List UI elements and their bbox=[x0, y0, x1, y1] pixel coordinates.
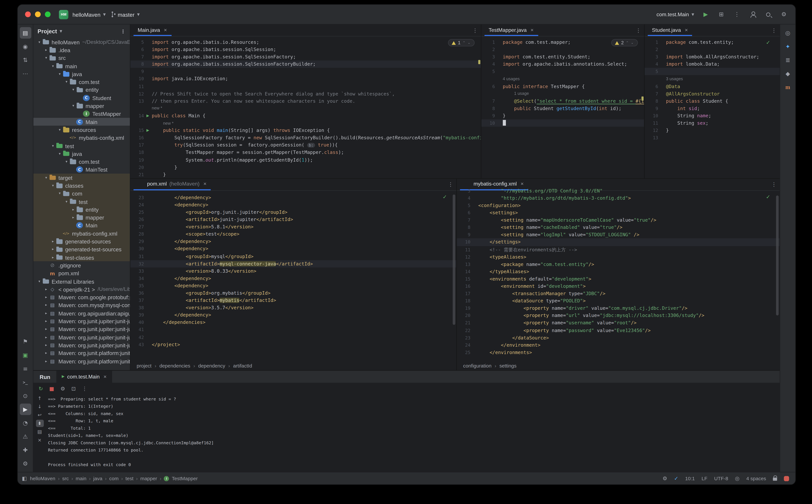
tree-row[interactable]: ▸▤Maven: org.junit.platform:junit-pla... bbox=[33, 357, 130, 365]
tree-row[interactable]: ITestMapper bbox=[33, 110, 130, 118]
tree-row[interactable]: ▸▤Maven: org.junit.platform:junit-pla... bbox=[33, 349, 130, 357]
services-icon[interactable]: ⊙ bbox=[20, 390, 31, 401]
expand-icon[interactable]: ▸ bbox=[50, 255, 56, 259]
bookmarks-icon[interactable]: ⚑ bbox=[20, 336, 31, 347]
prev-next-warning-icons[interactable]: ⌃ ⌄ bbox=[463, 41, 471, 45]
status-breadcrumb-item[interactable]: src bbox=[62, 475, 69, 481]
collapse-icon[interactable]: ▾ bbox=[70, 104, 76, 108]
pull-requests-icon[interactable]: ⇅ bbox=[20, 54, 31, 66]
tree-row[interactable]: ▸◇< openjdk-21 >/Users/eve/Librar... bbox=[33, 285, 130, 293]
code-area[interactable]: 5import org.apache.ibatis.io.Resources;6… bbox=[130, 36, 481, 178]
expand-icon[interactable]: ▸ bbox=[43, 327, 49, 331]
project-widget[interactable]: helloMaven ▼ bbox=[73, 11, 106, 17]
settings-icon[interactable]: ⚙ bbox=[780, 10, 788, 19]
close-tab-icon[interactable]: × bbox=[520, 182, 524, 186]
breadcrumb-item[interactable]: dependency bbox=[198, 363, 225, 368]
status-breadcrumb-item[interactable]: java bbox=[93, 475, 102, 481]
code-inlay[interactable]: 4 usages bbox=[503, 77, 520, 81]
collapse-icon[interactable]: ▾ bbox=[64, 160, 69, 164]
prev-occurrence-icon[interactable]: ↑ bbox=[36, 395, 44, 402]
no-problems-icon[interactable]: ✓ bbox=[763, 193, 773, 200]
expand-icon[interactable]: ▸ bbox=[43, 311, 49, 315]
stop-icon[interactable]: ■ bbox=[49, 386, 54, 391]
tree-row[interactable]: </>mybatis-config.xml bbox=[33, 230, 130, 238]
line-ending[interactable]: LF bbox=[702, 475, 707, 481]
code-inlay[interactable]: new * bbox=[152, 106, 162, 111]
run-tab-com-test-main[interactable]: ▶ com.test.Main × bbox=[57, 371, 112, 383]
expand-icon[interactable]: ▸ bbox=[50, 247, 56, 252]
tree-row[interactable]: ▾com bbox=[33, 190, 130, 198]
scrollbar-thumb[interactable] bbox=[453, 194, 455, 325]
soft-wrap-icon[interactable]: ↩ bbox=[36, 411, 44, 419]
problems-icon[interactable]: ⚠ bbox=[20, 431, 31, 442]
close-tab-icon[interactable]: × bbox=[103, 374, 107, 379]
commit-icon[interactable]: ◉ bbox=[20, 41, 31, 52]
expand-icon[interactable]: ▸ bbox=[43, 351, 49, 355]
tree-row[interactable]: ▾External Libraries bbox=[33, 277, 130, 285]
inspections-widget[interactable]: 2⌃ ⌄ bbox=[611, 39, 638, 46]
collapse-icon[interactable]: ▾ bbox=[57, 152, 63, 156]
breadcrumb-item[interactable]: settings bbox=[499, 363, 516, 368]
print-icon[interactable]: ▤ bbox=[36, 428, 44, 435]
run-settings-icon[interactable]: ⚙ bbox=[60, 386, 65, 391]
collapse-icon[interactable]: ▾ bbox=[64, 80, 69, 84]
tree-row[interactable]: ▾classes bbox=[33, 182, 130, 190]
warning-stripe-mark[interactable] bbox=[641, 96, 644, 101]
project-icon[interactable]: ▤ bbox=[20, 27, 31, 39]
readonly-lock-icon[interactable] bbox=[773, 478, 777, 481]
tab-testmapper-java[interactable]: TestMapper.java × bbox=[484, 24, 538, 36]
more-options-icon[interactable]: ⋮ bbox=[82, 386, 87, 391]
warning-stripe-mark[interactable] bbox=[478, 60, 480, 64]
maven-icon[interactable]: m bbox=[782, 81, 793, 93]
next-occurrence-icon[interactable]: ↓ bbox=[36, 403, 44, 410]
status-breadcrumb-item[interactable]: mapper bbox=[140, 475, 157, 481]
maximize-window-icon[interactable] bbox=[45, 11, 51, 17]
tree-row[interactable]: </>mybatis-config.xml bbox=[33, 134, 130, 142]
collapse-icon[interactable]: ▾ bbox=[50, 144, 56, 148]
expand-icon[interactable]: ▸ bbox=[43, 303, 49, 307]
more-run-options-icon[interactable]: ⊞ bbox=[717, 10, 726, 19]
status-breadcrumb-item[interactable]: main bbox=[76, 475, 86, 481]
expand-icon[interactable]: ▸ bbox=[43, 319, 49, 323]
run-configuration-selector[interactable]: com.test.Main ▼ bbox=[656, 11, 694, 17]
todo-icon[interactable]: ≡ bbox=[20, 363, 31, 374]
expand-icon[interactable]: ▸ bbox=[43, 287, 49, 291]
notifications-icon[interactable]: ◎ bbox=[782, 27, 793, 39]
status-breadcrumb-item[interactable]: helloMaven bbox=[30, 475, 55, 481]
no-problems-icon[interactable]: ✓ bbox=[763, 39, 773, 46]
tab-student-java[interactable]: Student.java × bbox=[648, 24, 692, 36]
background-tasks-icon[interactable]: ⚙ bbox=[662, 475, 667, 481]
no-problems-icon[interactable]: ✓ bbox=[439, 193, 450, 200]
tree-row[interactable]: ▸▤Maven: org.apiguardian:apiguardi... bbox=[33, 309, 130, 317]
dependencies-icon[interactable]: ◆ bbox=[782, 68, 793, 79]
database-icon[interactable]: ≣ bbox=[782, 54, 793, 66]
code-inlay[interactable]: new * bbox=[163, 121, 174, 126]
tree-row[interactable]: ▾entity bbox=[33, 86, 130, 94]
settings-icon[interactable]: ⚙ bbox=[20, 458, 31, 469]
expand-icon[interactable]: ▸ bbox=[43, 343, 49, 347]
tree-row[interactable]: mpom.xml bbox=[33, 269, 130, 277]
tree-row[interactable]: ▸.idea bbox=[33, 46, 130, 54]
terminal-icon[interactable]: >_ bbox=[20, 377, 31, 388]
collapse-icon[interactable]: ▾ bbox=[70, 88, 76, 92]
tree-row[interactable]: ▾target bbox=[33, 174, 130, 182]
project-panel-header[interactable]: Project ▼ ⋮ bbox=[33, 24, 130, 38]
tree-row[interactable]: ▸▤Maven: org.junit.jupiter:junit-jupit..… bbox=[33, 317, 130, 325]
tree-row[interactable]: ▾java bbox=[33, 70, 130, 78]
close-tab-icon[interactable]: × bbox=[684, 27, 688, 32]
tree-row[interactable]: ▸▤Maven: com.google.protobuf:prot... bbox=[33, 293, 130, 301]
status-breadcrumb-item[interactable]: test bbox=[126, 475, 134, 481]
status-breadcrumb-item[interactable]: TestMapper bbox=[172, 475, 198, 481]
scroll-to-end-icon[interactable]: ⇟ bbox=[36, 420, 44, 427]
tree-row[interactable]: CStudent bbox=[33, 94, 130, 102]
expand-icon[interactable]: ▸ bbox=[43, 359, 49, 363]
user-icon[interactable] bbox=[748, 10, 757, 19]
collapse-icon[interactable]: ▾ bbox=[36, 40, 42, 44]
code-area[interactable]: 3 "-//mybatis.org//DTD Config 3.0//EN"4 … bbox=[457, 187, 780, 361]
tree-row[interactable]: CMainTest bbox=[33, 166, 130, 174]
tree-row[interactable]: ▾mapper bbox=[33, 102, 130, 110]
tree-row[interactable]: ▸test-classes bbox=[33, 253, 130, 262]
close-tab-icon[interactable]: × bbox=[164, 27, 167, 32]
tree-row[interactable]: ▾src bbox=[33, 54, 130, 62]
tree-row[interactable]: ▸▤Maven: com.mysql:mysql-connec... bbox=[33, 301, 130, 309]
